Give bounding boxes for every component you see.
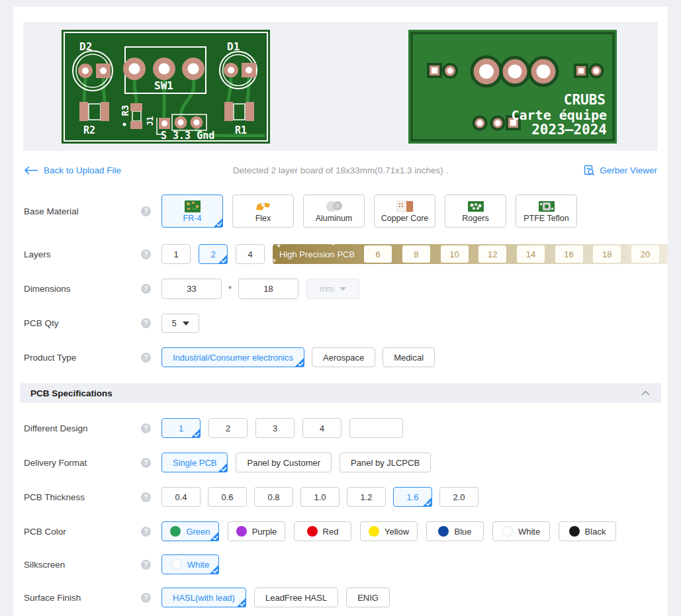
- silkscreen-option-white[interactable]: White: [161, 554, 219, 574]
- help-icon[interactable]: ?: [141, 353, 151, 363]
- row-dimensions: Dimensions ? * mm: [13, 279, 668, 299]
- layers-option-16[interactable]: 16: [555, 245, 583, 263]
- pcb-qty-select[interactable]: 5: [161, 314, 199, 333]
- help-icon[interactable]: ?: [141, 206, 151, 216]
- layers-option-14[interactable]: 14: [517, 245, 545, 263]
- thickness-option-2-0[interactable]: 2.0: [439, 487, 478, 507]
- material-option-rogers[interactable]: Rogers: [445, 195, 506, 228]
- material-option-fr4[interactable]: FR-4: [161, 195, 223, 228]
- pcb-preview-panel: D2 D1 SW1 R2 R3 J1 R1 S 3.3 Gnd: [23, 22, 658, 151]
- row-pcb-color: PCB Color ? Green Purple Red: [13, 521, 668, 541]
- different-design-custom-input[interactable]: [349, 418, 403, 438]
- layers-option-20[interactable]: 20: [631, 245, 659, 263]
- pcb-thickness-label: PCB Thickness: [24, 492, 141, 502]
- gerber-viewer-link[interactable]: Gerber Viewer: [584, 165, 657, 176]
- help-icon[interactable]: ?: [141, 318, 151, 328]
- collapse-chevron-icon[interactable]: [641, 390, 650, 396]
- delivery-format-option-single-pcb[interactable]: Single PCB: [161, 453, 228, 472]
- material-option-aluminum[interactable]: Aluminum: [303, 195, 365, 228]
- refdes-r1: R1: [235, 124, 247, 136]
- different-design-option-3[interactable]: 3: [255, 418, 295, 438]
- ptfe-thumbnail-icon: [537, 200, 556, 213]
- pcb-specifications-section-header[interactable]: PCB Specifications: [20, 383, 661, 403]
- different-design-option-4[interactable]: 4: [302, 418, 341, 438]
- surface-finish-option-hasl[interactable]: HASL(with lead): [161, 588, 246, 607]
- selected-check-icon: [295, 357, 304, 367]
- pcb-qty-value: 5: [171, 318, 176, 328]
- refdes-d1: D1: [227, 40, 240, 53]
- layers-option-6[interactable]: 6: [364, 245, 392, 263]
- pcb-color-label: PCB Color: [24, 527, 141, 537]
- thickness-option-0-8[interactable]: 0.8: [254, 487, 293, 507]
- material-option-flex[interactable]: Flex: [232, 195, 294, 228]
- selected-check-icon: [218, 462, 228, 472]
- black-color-swatch: [569, 526, 580, 537]
- layers-option-8[interactable]: 8: [402, 245, 430, 263]
- row-layers: Layers ? 1 2 4 ✦ ✦ ✦ High Precision PCB …: [13, 244, 668, 264]
- help-icon[interactable]: ?: [141, 593, 151, 603]
- purple-color-swatch: [236, 526, 247, 537]
- thickness-option-1-6[interactable]: 1.6: [393, 487, 432, 507]
- dimensions-label: Dimensions: [24, 284, 141, 294]
- pcb-color-option-green[interactable]: Green: [161, 521, 219, 541]
- back-link-label: Back to Upload File: [44, 165, 121, 175]
- pcb-top-preview-image: D2 D1 SW1 R2 R3 J1 R1 S 3.3 Gnd: [62, 30, 270, 144]
- help-icon[interactable]: ?: [141, 284, 151, 294]
- layers-option-18[interactable]: 18: [593, 245, 621, 263]
- thickness-option-0-4[interactable]: 0.4: [161, 487, 201, 507]
- order-card: D2 D1 SW1 R2 R3 J1 R1 S 3.3 Gnd: [13, 7, 668, 616]
- layers-option-12[interactable]: 12: [478, 245, 506, 263]
- surface-finish-option-enig[interactable]: ENIG: [346, 588, 390, 607]
- product-type-option-medical[interactable]: Medical: [383, 347, 435, 367]
- help-icon[interactable]: ?: [141, 560, 151, 570]
- copper-core-thumbnail-icon: [396, 200, 414, 213]
- selected-check-icon: [218, 254, 228, 264]
- dimension-unit-select[interactable]: mm: [306, 279, 359, 299]
- product-type-option-industrial[interactable]: Industrial/Consumer electronics: [161, 347, 304, 367]
- pcb-color-option-purple[interactable]: Purple: [228, 521, 285, 541]
- surface-finish-option-leadfree-hasl[interactable]: LeadFree HASL: [254, 588, 338, 607]
- material-option-copper-core[interactable]: Copper Core: [374, 195, 435, 228]
- pcb-color-option-yellow[interactable]: Yellow: [360, 521, 418, 541]
- pcb-color-option-white[interactable]: White: [492, 521, 550, 541]
- pcb-color-option-blue[interactable]: Blue: [426, 521, 484, 541]
- high-precision-banner: ✦ ✦ ✦ High Precision PCB 6 8 10 12 14 16…: [273, 244, 668, 264]
- silkscreen-pin-labels: S 3.3 Gnd: [161, 130, 214, 142]
- back-to-upload-link[interactable]: Back to Upload File: [24, 165, 121, 175]
- help-icon[interactable]: ?: [141, 527, 151, 537]
- selected-check-icon: [422, 497, 432, 507]
- aluminum-thumbnail-icon: [325, 200, 343, 213]
- material-option-label: Copper Core: [381, 214, 429, 223]
- layers-option-10[interactable]: 10: [441, 245, 469, 263]
- thickness-option-1-2[interactable]: 1.2: [347, 487, 386, 507]
- pcb-color-option-black[interactable]: Black: [559, 521, 616, 541]
- delivery-format-label: Delivery Format: [24, 458, 141, 468]
- help-icon[interactable]: ?: [141, 492, 151, 502]
- thickness-option-0-6[interactable]: 0.6: [208, 487, 247, 507]
- gerber-viewer-icon: [584, 165, 595, 176]
- red-color-swatch: [307, 526, 318, 537]
- dimension-width-input[interactable]: [161, 279, 222, 299]
- different-design-option-2[interactable]: 2: [208, 418, 248, 438]
- layers-option-4[interactable]: 4: [236, 244, 265, 264]
- help-icon[interactable]: ?: [141, 458, 151, 468]
- product-type-option-aerospace[interactable]: Aerospace: [312, 347, 375, 367]
- yellow-color-swatch: [369, 526, 379, 537]
- delivery-format-option-panel-by-customer[interactable]: Panel by Customer: [236, 453, 332, 472]
- thickness-option-1-0[interactable]: 1.0: [300, 487, 340, 507]
- delivery-format-option-panel-by-jlcpcb[interactable]: Panel by JLCPCB: [340, 453, 431, 472]
- layers-option-2[interactable]: 2: [199, 244, 228, 264]
- help-icon[interactable]: ?: [141, 423, 151, 433]
- help-icon[interactable]: ?: [141, 249, 151, 259]
- pcb-qty-label: PCB Qty: [24, 318, 141, 328]
- dimension-height-input[interactable]: [238, 279, 298, 299]
- pcb-color-option-red[interactable]: Red: [294, 521, 351, 541]
- material-option-ptfe-teflon[interactable]: PTFE Teflon: [516, 195, 577, 228]
- different-design-option-1[interactable]: 1: [161, 418, 201, 438]
- base-material-label: Base Material: [24, 206, 141, 216]
- sparkle-icon: ✦: [273, 256, 277, 264]
- flex-thumbnail-icon: [254, 200, 273, 213]
- layers-option-1[interactable]: 1: [161, 244, 191, 264]
- selected-check-icon: [209, 531, 219, 541]
- row-pcb-thickness: PCB Thickness ? 0.4 0.6 0.8 1.0 1.2 1.6 …: [13, 487, 668, 507]
